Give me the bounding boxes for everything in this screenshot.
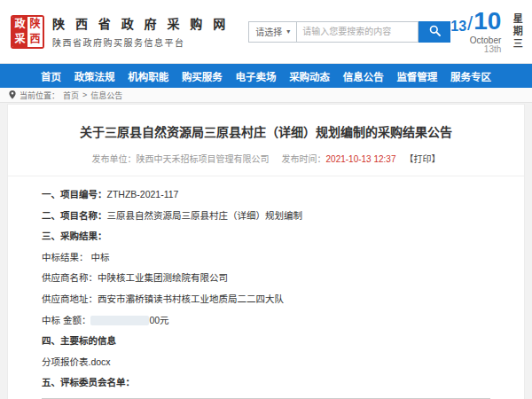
project-number-line: 一、项目编号：ZTHZB-2021-117	[42, 189, 490, 200]
subject-section-heading: 四、主要标的信息	[42, 335, 490, 347]
attachment-filename[interactable]: 分项报价表.docx	[42, 356, 111, 367]
supplier-address-line: 供应商地址：西安市灞桥镇读书村核工业地质局二二四大队	[42, 293, 490, 305]
result-section-heading: 三、采购结果：	[42, 231, 490, 242]
bid-result-value: 中标	[90, 252, 109, 262]
site-header: 政 陕 采 西 陕 西 省 政 府 采 购 网 陕西省政府购买服务信息平台 请选…	[0, 0, 532, 64]
project-name-label: 二、项目名称：	[42, 210, 107, 221]
project-name-value: 三原县自然资源局三原县村庄（详细）规划编制	[107, 210, 303, 221]
supplier-name-value: 中陕核工业集团测绘院有限公司	[98, 272, 228, 283]
logo-char: 西	[27, 32, 43, 47]
project-number-label: 一、项目编号：	[42, 189, 107, 200]
nav-item-announcements[interactable]: 信息公告	[343, 69, 384, 83]
search-category-select[interactable]: 请选择 ▾	[248, 21, 296, 43]
date-block: 13 / 10 October 13th 星期三	[450, 9, 526, 54]
supplier-name-line: 供应商名称：中陕核工业集团测绘院有限公司	[42, 272, 490, 284]
search-select-label: 请选择	[255, 25, 282, 38]
attachment-link: 分项报价表.docx	[42, 356, 490, 368]
date-ordinal: 13th	[484, 44, 501, 54]
nav-item-supervision[interactable]: 监督管理	[396, 69, 437, 83]
nav-item-emall[interactable]: 电子卖场	[236, 69, 277, 83]
announcement-body: 一、项目编号：ZTHZB-2021-117 二、项目名称：三原县自然资源局三原县…	[8, 176, 524, 399]
project-name-line: 二、项目名称：三原县自然资源局三原县村庄（详细）规划编制	[42, 210, 490, 222]
breadcrumb: 当前位置： 首页 > 信息公告	[0, 88, 532, 103]
search-input[interactable]	[296, 21, 419, 43]
redacted-amount	[90, 316, 149, 325]
nav-item-trends[interactable]: 采购动态	[289, 69, 330, 83]
search-button[interactable]	[419, 21, 450, 43]
breadcrumb-current: 信息公告	[90, 90, 122, 101]
location-pin-icon	[9, 90, 16, 99]
page-title: 关于三原县自然资源局三原县村庄（详细）规划编制的采购结果公告	[26, 122, 506, 140]
breadcrumb-label: 当前位置：	[20, 90, 59, 101]
bid-result-label: 中标结果：	[42, 252, 89, 262]
bid-amount-label: 中标 金额：	[42, 315, 90, 325]
site-subtitle: 陕西省政府购买服务信息平台	[52, 35, 229, 49]
weekday-label: 星期三	[510, 13, 524, 51]
publish-time-label: 发布时间：	[282, 154, 326, 164]
nav-item-home[interactable]: 首页	[41, 69, 61, 83]
bid-amount-line: 中标 金额：00元	[42, 315, 490, 326]
date-month: 10	[473, 9, 501, 34]
nav-item-policies[interactable]: 政策法规	[74, 69, 115, 83]
bid-result-line: 中标结果： 中标	[42, 252, 490, 263]
breadcrumb-separator: >	[82, 90, 87, 99]
supplier-address-value: 西安市灞桥镇读书村核工业地质局二二四大队	[98, 293, 284, 304]
publisher-label: 发布单位：	[92, 154, 137, 164]
bid-amount-suffix: 00元	[149, 315, 168, 325]
nav-item-service-zone[interactable]: 服务专区	[450, 69, 491, 83]
announcement-header: 关于三原县自然资源局三原县村庄（详细）规划编制的采购结果公告 发布单位：陕西中天…	[8, 105, 524, 176]
logo-char: 陕	[27, 17, 43, 32]
logo-char: 政	[12, 17, 27, 32]
supplier-address-label: 供应商地址：	[42, 293, 98, 304]
committee-section-heading: 五、评标委员会名单：	[42, 377, 490, 388]
publisher-value: 陕西中天禾招标项目管理有限公司	[137, 154, 270, 164]
project-number-value: ZTHZB-2021-117	[107, 189, 179, 200]
date-slash: /	[467, 14, 473, 34]
supplier-name-label: 供应商名称：	[42, 272, 98, 283]
main-nav: 首页 政策法规 机构职能 购买服务 电子卖场 采购动态 信息公告 监督管理 服务…	[0, 64, 532, 88]
date-day: 13	[450, 20, 466, 34]
breadcrumb-home[interactable]: 首页	[63, 90, 79, 101]
site-names: 陕 西 省 政 府 采 购 网 陕西省政府购买服务信息平台	[52, 14, 229, 49]
nav-item-functions[interactable]: 机构职能	[128, 69, 168, 83]
publish-time-value: 2021-10-13 12:37	[326, 154, 396, 164]
announcement-card: 关于三原县自然资源局三原县村庄（详细）规划编制的采购结果公告 发布单位：陕西中天…	[7, 104, 525, 399]
date-numbers: 13 / 10 October 13th	[450, 9, 501, 54]
chevron-down-icon: ▾	[286, 27, 290, 35]
announcement-meta: 发布单位：陕西中天禾招标项目管理有限公司发布时间：2021-10-13 12:3…	[26, 152, 506, 165]
logo-char: 采	[12, 32, 27, 47]
nav-item-services[interactable]: 购买服务	[182, 69, 223, 83]
site-title: 陕 西 省 政 府 采 购 网	[52, 14, 229, 32]
search-bar: 请选择 ▾	[248, 21, 450, 43]
site-logo: 政 陕 采 西	[11, 15, 44, 49]
search-icon	[429, 25, 441, 39]
print-button[interactable]: 【打印】	[404, 154, 440, 164]
